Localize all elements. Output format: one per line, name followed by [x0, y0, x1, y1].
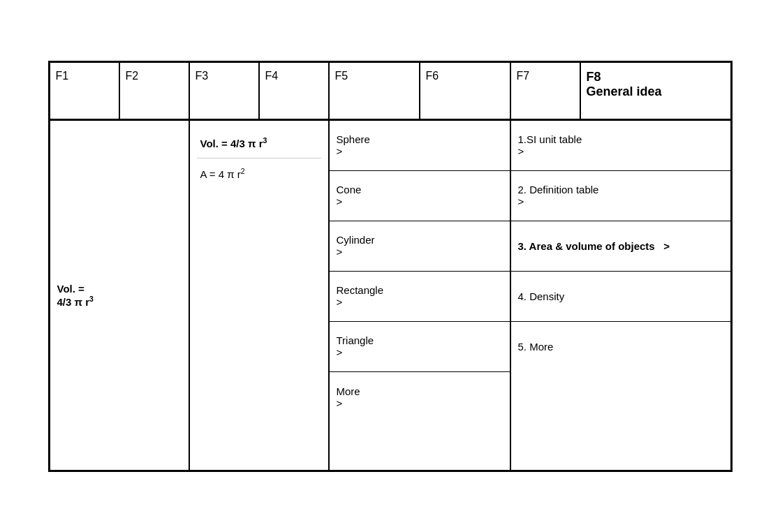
shape-cylinder[interactable]: Cylinder > [330, 221, 510, 272]
col-f5f6-shapes: Sphere > Cone > Cylinder > Rectangle > T… [330, 121, 511, 470]
topic-area-volume[interactable]: 3. Area & volume of objects > [511, 221, 730, 272]
header-f6: F6 [420, 63, 511, 119]
shape-sphere[interactable]: Sphere > [330, 121, 510, 171]
header-row: F1 F2 F3 F4 F5 F6 F7 F8 General idea [50, 63, 730, 121]
header-f4: F4 [260, 63, 330, 119]
header-f1: F1 [50, 63, 120, 119]
main-row: Vol. =4/3 π r3 Vol. = 4/3 π r3 A = 4 π r… [50, 121, 730, 470]
header-f3: F3 [190, 63, 260, 119]
f1f2-formula: Vol. =4/3 π r3 [57, 283, 94, 308]
formula-vol: Vol. = 4/3 π r3 [197, 128, 321, 158]
header-f5: F5 [330, 63, 420, 119]
header-f7: F7 [511, 63, 581, 119]
shape-rectangle[interactable]: Rectangle > [330, 272, 510, 322]
col-f1f2: Vol. =4/3 π r3 [50, 121, 190, 470]
main-container: F1 F2 F3 F4 F5 F6 F7 F8 General idea [48, 61, 733, 472]
topic-more[interactable]: 5. More [511, 322, 730, 372]
header-f8: F8 General idea [581, 63, 730, 119]
shape-triangle[interactable]: Triangle > [330, 322, 510, 372]
col-f7f8-topics: 1.SI unit table > 2. Definition table > … [511, 121, 730, 470]
topic-si-unit[interactable]: 1.SI unit table > [511, 121, 730, 171]
topic-density[interactable]: 4. Density [511, 272, 730, 322]
topic-definition[interactable]: 2. Definition table > [511, 171, 730, 221]
formula-area: A = 4 π r2 [197, 158, 321, 189]
col-f3f4: Vol. = 4/3 π r3 A = 4 π r2 [190, 121, 330, 470]
header-f2: F2 [120, 63, 190, 119]
shape-cone[interactable]: Cone > [330, 171, 510, 221]
shape-more[interactable]: More > [330, 372, 510, 422]
